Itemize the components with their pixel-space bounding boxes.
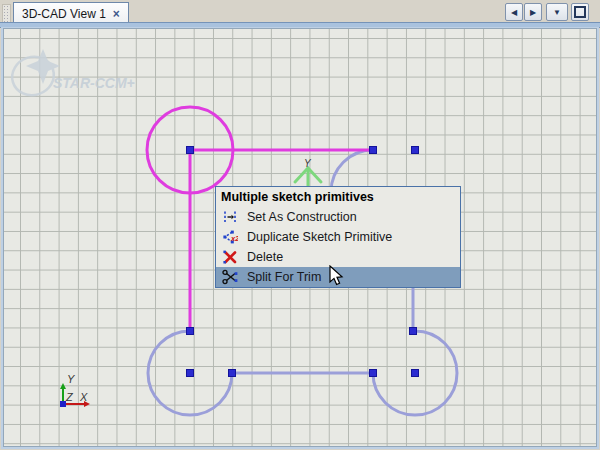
tab-close-icon[interactable]: × (113, 8, 120, 20)
menu-item-delete[interactable]: Delete (216, 247, 460, 267)
menu-item-label: Set As Construction (247, 210, 357, 224)
duplicate-icon: x2 (222, 229, 238, 245)
scroll-right-icon: ▶ (530, 8, 536, 17)
scroll-left-icon: ◀ (511, 8, 517, 17)
context-menu-header: Multiple sketch primitives (216, 187, 460, 207)
scroll-left-button[interactable]: ◀ (505, 3, 523, 21)
tab-list-dropdown-button[interactable]: ▼ (546, 3, 568, 21)
chevron-down-icon: ▼ (553, 8, 561, 17)
maximize-icon (574, 6, 586, 18)
mouse-cursor-icon (329, 265, 345, 289)
menu-item-label: Split For Trim (247, 270, 321, 284)
scissors-icon (222, 269, 238, 285)
menu-item-label: Delete (247, 250, 283, 264)
tab-bar: 3D-CAD View 1 × ◀ ▶ ▼ (0, 0, 600, 22)
menu-item-label: Duplicate Sketch Primitive (247, 230, 392, 244)
scroll-right-button[interactable]: ▶ (524, 3, 542, 21)
menu-item-set-as-construction[interactable]: Set As Construction (216, 207, 460, 227)
tab-label: 3D-CAD View 1 (22, 7, 106, 21)
maximize-button[interactable] (571, 3, 589, 21)
menu-item-duplicate-sketch-primitive[interactable]: x2 Duplicate Sketch Primitive (216, 227, 460, 247)
construction-icon (222, 209, 238, 225)
delete-icon (222, 249, 238, 265)
tab-3d-cad-view-1[interactable]: 3D-CAD View 1 × (13, 2, 129, 24)
svg-text:x2: x2 (230, 234, 238, 243)
3d-cad-view-window: 3D-CAD View 1 × ◀ ▶ ▼ STAR-CCM+ (0, 0, 600, 450)
